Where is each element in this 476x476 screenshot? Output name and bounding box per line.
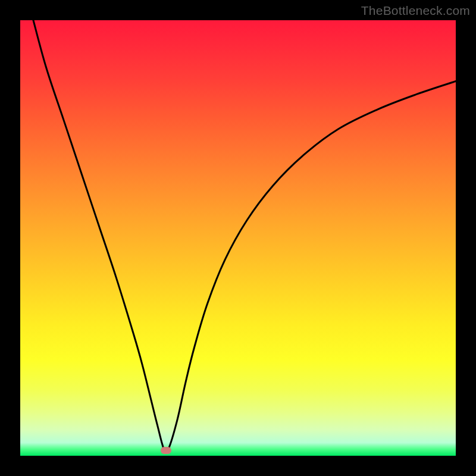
- plot-area: [20, 20, 456, 456]
- chart-frame: TheBottleneck.com: [0, 0, 476, 476]
- bottleneck-curve: [33, 20, 456, 453]
- watermark-text: TheBottleneck.com: [361, 4, 470, 18]
- optimum-marker: [161, 447, 171, 454]
- curve-svg: [20, 20, 456, 456]
